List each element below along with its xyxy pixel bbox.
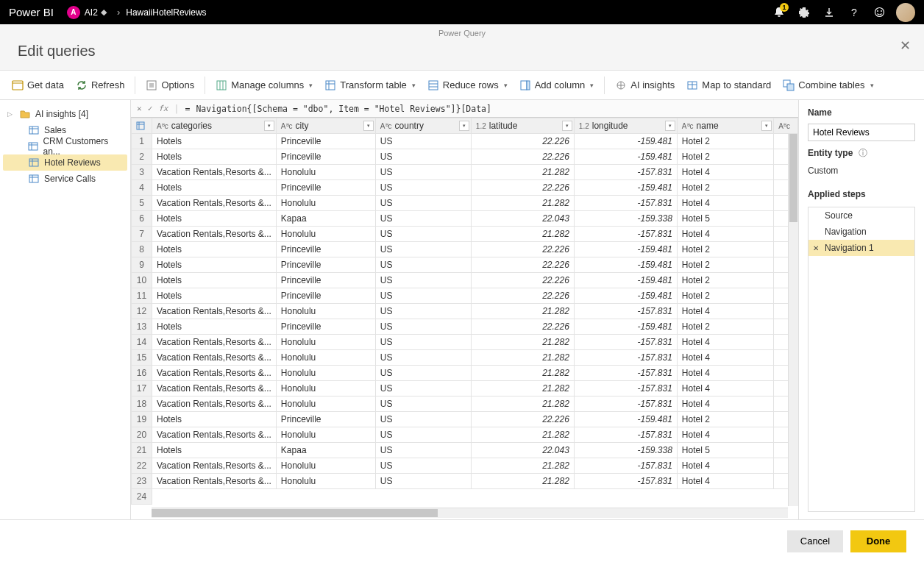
column-filter-icon[interactable]: ▾ xyxy=(562,121,572,131)
cell[interactable]: Honolulu xyxy=(276,196,375,211)
column-filter-icon[interactable]: ▾ xyxy=(761,121,772,131)
workspace-badge[interactable]: A xyxy=(67,6,80,19)
cell[interactable]: Hotels xyxy=(152,211,277,227)
cell[interactable]: US xyxy=(375,412,471,427)
cell[interactable]: Vacation Rentals,Resorts &... xyxy=(152,304,277,319)
cell[interactable]: Honolulu xyxy=(276,350,375,366)
cell[interactable]: Hotel 5 xyxy=(677,211,773,227)
table-row[interactable]: 16Vacation Rentals,Resorts &...HonoluluU… xyxy=(132,366,798,381)
cell[interactable]: Hotel 2 xyxy=(677,257,773,273)
cell[interactable]: Hotel 2 xyxy=(677,134,773,149)
options-button[interactable]: Options xyxy=(141,75,199,96)
cell[interactable]: Honolulu xyxy=(276,165,375,180)
breadcrumb-item[interactable]: HawaiiHotelReviews xyxy=(126,7,206,18)
query-name-input[interactable] xyxy=(808,124,915,141)
cell[interactable]: -159.481 xyxy=(574,134,677,149)
reduce-rows-button[interactable]: Reduce rows▾ xyxy=(423,75,512,96)
cell[interactable]: -157.831 xyxy=(574,196,677,211)
cell[interactable]: Hotels xyxy=(152,412,277,427)
row-number[interactable]: 15 xyxy=(132,350,152,366)
cell[interactable]: Vacation Rentals,Resorts &... xyxy=(152,366,277,381)
table-row[interactable]: 19HotelsPrincevilleUS22.226-159.481Hotel… xyxy=(132,412,798,427)
row-number[interactable]: 23 xyxy=(132,474,152,489)
cell[interactable]: Hotels xyxy=(152,443,277,458)
cell[interactable]: Princeville xyxy=(276,180,375,196)
nav-item-ai-insights-4-[interactable]: ▷AI insights [4] xyxy=(3,106,127,122)
settings-icon[interactable] xyxy=(792,0,817,24)
row-number[interactable]: 6 xyxy=(132,211,152,227)
transform-table-button[interactable]: Transform table▾ xyxy=(320,75,420,96)
cell[interactable]: Hotels xyxy=(152,257,277,273)
cell[interactable]: Hotel 4 xyxy=(677,335,773,350)
row-number[interactable]: 17 xyxy=(132,381,152,396)
column-filter-icon[interactable]: ▾ xyxy=(459,121,469,131)
cell[interactable]: -157.831 xyxy=(574,474,677,489)
cell[interactable]: 21.282 xyxy=(471,458,574,474)
cell[interactable]: US xyxy=(375,366,471,381)
cell[interactable]: 22.226 xyxy=(471,273,574,288)
table-row[interactable]: 8HotelsPrincevilleUS22.226-159.481Hotel … xyxy=(132,242,798,257)
cell[interactable]: Princeville xyxy=(276,257,375,273)
refresh-button[interactable]: Refresh xyxy=(71,75,129,96)
cell[interactable]: US xyxy=(375,458,471,474)
cell[interactable]: 21.282 xyxy=(471,335,574,350)
cell[interactable]: US xyxy=(375,288,471,304)
cell[interactable]: -159.338 xyxy=(574,211,677,227)
row-number[interactable]: 7 xyxy=(132,227,152,242)
row-number[interactable]: 16 xyxy=(132,366,152,381)
cell[interactable]: Hotels xyxy=(152,288,277,304)
cell[interactable]: Hotel 2 xyxy=(677,180,773,196)
nav-item-hotel-reviews[interactable]: Hotel Reviews xyxy=(3,154,127,171)
cell[interactable]: US xyxy=(375,227,471,242)
applied-step[interactable]: Navigation xyxy=(808,224,914,240)
table-row[interactable]: 14Vacation Rentals,Resorts &...HonoluluU… xyxy=(132,335,798,350)
cell[interactable]: US xyxy=(375,273,471,288)
cell[interactable]: Hotels xyxy=(152,242,277,257)
table-row[interactable]: 15Vacation Rentals,Resorts &...HonoluluU… xyxy=(132,350,798,366)
cell[interactable]: Hotel 4 xyxy=(677,350,773,366)
cell[interactable]: Vacation Rentals,Resorts &... xyxy=(152,396,277,412)
cell[interactable]: US xyxy=(375,427,471,443)
cell[interactable]: Hotel 4 xyxy=(677,458,773,474)
cell[interactable]: Hotel 2 xyxy=(677,242,773,257)
cell[interactable]: 21.282 xyxy=(471,396,574,412)
cell[interactable]: US xyxy=(375,396,471,412)
table-row[interactable]: 4HotelsPrincevilleUS22.226-159.481Hotel … xyxy=(132,180,798,196)
table-row[interactable]: 10HotelsPrincevilleUS22.226-159.481Hotel… xyxy=(132,273,798,288)
cell[interactable]: -159.481 xyxy=(574,149,677,165)
map-to-standard-button[interactable]: Map to standard xyxy=(682,75,775,96)
help-icon[interactable]: ? xyxy=(842,0,867,24)
cell[interactable]: Hotel 4 xyxy=(677,196,773,211)
cell[interactable]: -159.481 xyxy=(574,257,677,273)
cell[interactable]: -159.481 xyxy=(574,288,677,304)
cell[interactable]: Hotel 2 xyxy=(677,288,773,304)
table-row[interactable]: 11HotelsPrincevilleUS22.226-159.481Hotel… xyxy=(132,288,798,304)
row-number[interactable]: 10 xyxy=(132,273,152,288)
cell[interactable]: Vacation Rentals,Resorts &... xyxy=(152,427,277,443)
cell[interactable]: -159.481 xyxy=(574,242,677,257)
cell[interactable]: 22.226 xyxy=(471,288,574,304)
cell[interactable]: Princeville xyxy=(276,273,375,288)
row-number[interactable]: 21 xyxy=(132,443,152,458)
cell[interactable]: Hotels xyxy=(152,134,277,149)
column-header-name[interactable]: Aᴮcname▾ xyxy=(677,118,773,134)
cell[interactable]: -159.481 xyxy=(574,180,677,196)
row-number[interactable]: 12 xyxy=(132,304,152,319)
cell[interactable]: US xyxy=(375,335,471,350)
table-row[interactable]: 3Vacation Rentals,Resorts &...HonoluluUS… xyxy=(132,165,798,180)
cell[interactable]: 21.282 xyxy=(471,227,574,242)
cell[interactable]: US xyxy=(375,381,471,396)
table-row[interactable]: 1HotelsPrincevilleUS22.226-159.481Hotel … xyxy=(132,134,798,149)
cell[interactable]: 21.282 xyxy=(471,196,574,211)
cell[interactable]: US xyxy=(375,149,471,165)
cell[interactable]: Hotel 4 xyxy=(677,366,773,381)
workspace-name[interactable]: AI2 xyxy=(85,7,98,18)
cell[interactable]: Princeville xyxy=(276,134,375,149)
cell[interactable]: Honolulu xyxy=(276,474,375,489)
table-row[interactable]: 17Vacation Rentals,Resorts &...HonoluluU… xyxy=(132,381,798,396)
horizontal-scrollbar[interactable] xyxy=(152,508,788,518)
get-data-button[interactable]: Get data xyxy=(7,75,68,96)
cell[interactable]: Hotel 4 xyxy=(677,304,773,319)
cell[interactable]: US xyxy=(375,443,471,458)
row-number[interactable]: 18 xyxy=(132,396,152,412)
